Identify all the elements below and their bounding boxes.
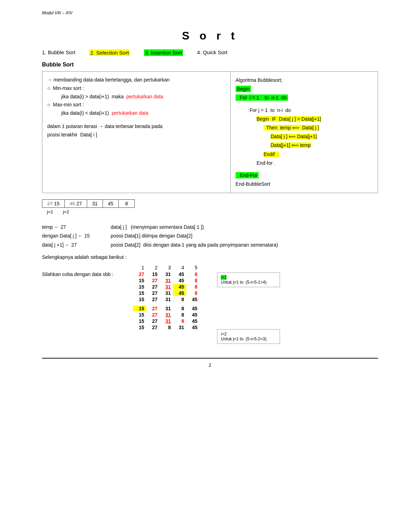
br-line9: Data[j+1] ⟸ temp xyxy=(271,141,373,150)
row7-n4: 8 xyxy=(173,318,186,324)
row7-n3: 31 xyxy=(160,318,173,324)
row1-n1: 15 xyxy=(133,278,146,283)
row3-n1: 15 xyxy=(133,290,146,296)
j-row: j=1 j=2 xyxy=(42,209,74,214)
info2-label: i=2 xyxy=(221,332,276,337)
header-nums-row: 1 2 3 4 5 xyxy=(133,265,200,270)
cell-1: 27 15 xyxy=(42,200,65,207)
br-line10: Endif . xyxy=(264,150,373,159)
row8-n4: 31 xyxy=(173,325,186,330)
row4-n4: 8 xyxy=(173,297,186,302)
row1-n4: 45 xyxy=(173,278,186,283)
temp-col-right: data[ j ] (menyimpan sementara Data[ 1 ]… xyxy=(111,223,278,249)
module-label: Modul VIII – XIV xyxy=(42,10,378,15)
nav-item-3: 3. Insertion Sort xyxy=(144,49,183,56)
row2-n5: 8 xyxy=(186,284,200,290)
data-row-4: 15 27 31 8 45 xyxy=(42,297,200,302)
cell-5: 8 xyxy=(119,200,134,207)
row4-n1: 15 xyxy=(133,297,146,302)
bubble-right-col: Algoritma Bubblesort; Begin For i = 1 to… xyxy=(231,72,378,193)
data-row-2: 15 27 31 45 8 xyxy=(42,284,200,290)
row0-n3: 31 xyxy=(160,271,173,277)
row2-n1: 15 xyxy=(133,284,146,290)
data-row-1: 15 27 31 45 8 xyxy=(42,278,200,283)
row3-n4: 45 xyxy=(173,290,186,296)
row2-n4: 45 xyxy=(173,284,186,290)
row1-n5: 8 xyxy=(186,278,200,283)
page-container: Modul VIII – XIV S o r t 1. Bubble Sort … xyxy=(42,0,378,389)
bl-line5: jika data(i) < data(i+1) pertukarkan dat… xyxy=(61,109,225,118)
page-number: 1 xyxy=(42,362,378,368)
section-title: Bubble Sort xyxy=(42,62,378,68)
temp-col-left: temp ← 27 dengan Data[ j ] ← 15 data[ j … xyxy=(42,223,90,249)
hnum-1: 1 xyxy=(133,265,146,270)
data-row-5: 15 27 31 8 45 xyxy=(42,306,200,311)
data-grid-left: 1 2 3 4 5 Silahkan coba dengan data sbb … xyxy=(42,265,200,331)
br-line3: For i = 1 to n-1 do xyxy=(236,93,373,102)
row6-n4: 8 xyxy=(173,312,186,318)
data-row-8: 15 27 8 31 45 xyxy=(42,325,200,330)
row0-n4: 45 xyxy=(173,271,186,277)
cell-3: 31 xyxy=(87,200,103,207)
row3-n3: 31 xyxy=(160,290,173,296)
j1-label: j=1 xyxy=(42,209,58,214)
bl-line8: posisi terakhir Data[ i ] xyxy=(47,131,225,139)
bubble-left-col: → membanding data-data bertetangga, dan … xyxy=(42,72,231,193)
hnum-2: 2 xyxy=(146,265,160,270)
row4-n2: 27 xyxy=(146,297,160,302)
temp-rows: temp ← 27 dengan Data[ j ] ← 15 data[ j … xyxy=(42,223,378,249)
row5-n3: 31 xyxy=(160,306,173,311)
row4-n3: 31 xyxy=(160,297,173,302)
row7-n5: 45 xyxy=(186,318,200,324)
temp-desc3: posisi Data[2] diisi dengan data-1 yang … xyxy=(111,241,278,249)
row6-n3: 31 xyxy=(160,312,173,318)
row3-n2: 27 xyxy=(146,290,160,296)
br-line11: End-for . xyxy=(257,159,373,168)
data-table: 27 15 45 27 31 45 8 xyxy=(42,199,135,208)
cell-4: 45 xyxy=(103,200,119,207)
hnum-4: 4 xyxy=(173,265,186,270)
info1-label: i=1 xyxy=(221,275,276,280)
nav-row: 1. Bubble Sort 2. Selection Sort 3. Inse… xyxy=(42,49,378,56)
br-line8: Data[ j ] ⟸ Data[j+1] xyxy=(271,132,373,141)
br-line5: For j = 1 to n-i do xyxy=(250,106,373,115)
info-box-2: i=2 Untuk j=1 to (5-i=5-2=3) xyxy=(217,329,280,344)
row1-n3: 31 xyxy=(160,278,173,283)
br-line1: Algoritma Bubblesort; xyxy=(236,76,373,85)
temp-line1: temp ← 27 xyxy=(42,223,90,232)
data-row-6: 15 27 31 8 45 xyxy=(42,312,200,318)
row8-n1: 15 xyxy=(133,325,146,330)
info-boxes: i=1 Untuk j=1 to (5-i=5-1=4) i=2 Untuk j… xyxy=(210,272,280,344)
row4-n5: 45 xyxy=(186,297,200,302)
bubble-sort-box: → membanding data-data bertetangga, dan … xyxy=(42,71,378,193)
row5-n5: 45 xyxy=(186,306,200,311)
info2-desc: Untuk j=1 to (5-i=5-2=3) xyxy=(221,337,276,341)
cell-2: 45 27 xyxy=(65,200,87,207)
br-line12: End-For xyxy=(236,171,373,180)
bl-line7: dalam 1 putaran iterasi → data terbesar … xyxy=(47,122,225,131)
row5-n4: 8 xyxy=(173,306,186,311)
br-line6: Begin IF Data[ j ] > Data[j+1] xyxy=(257,115,373,123)
row1-n2: 27 xyxy=(146,278,160,283)
row2-n3: 31 xyxy=(160,284,173,290)
nav-item-1: 1. Bubble Sort xyxy=(42,49,75,56)
row0-label: Silahkan coba dengan data sbb : xyxy=(42,271,133,277)
row6-n5: 45 xyxy=(186,312,200,318)
row0-n5: 8 xyxy=(186,271,200,277)
page-divider xyxy=(42,358,378,359)
row5-n1: 15 xyxy=(133,306,146,311)
br-line7: Then temp ⟸ Data[ j ] xyxy=(264,123,373,132)
bl-line1: → membanding data-data bertetangga, dan … xyxy=(47,76,225,84)
row0-n1: 27 xyxy=(133,271,146,277)
bl-line3: jika data(i) > data(i+1) maka pertukarka… xyxy=(61,93,225,101)
array-vis: 27 15 45 27 31 45 8 j=1 j=2 xyxy=(42,199,378,220)
data-grid-section: 1 2 3 4 5 Silahkan coba dengan data sbb … xyxy=(42,265,378,344)
data-row-7: 15 27 31 8 45 xyxy=(42,318,200,324)
temp-line2: dengan Data[ j ] ← 15 xyxy=(42,232,90,240)
main-title: S o r t xyxy=(42,29,378,42)
row7-n1: 15 xyxy=(133,318,146,324)
hnum-5: 5 xyxy=(186,265,200,270)
hnum-3: 3 xyxy=(160,265,173,270)
row3-n5: 8 xyxy=(186,290,200,296)
row6-n2: 27 xyxy=(146,312,160,318)
